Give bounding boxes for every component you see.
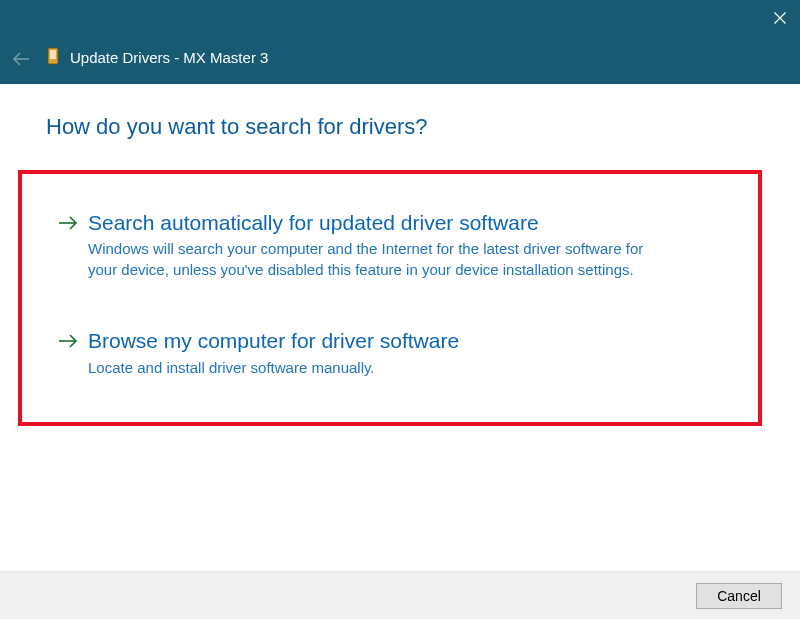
option-title: Browse my computer for driver software: [88, 328, 722, 354]
option-description: Locate and install driver software manua…: [88, 357, 658, 378]
option-description: Windows will search your computer and th…: [88, 238, 658, 280]
option-title: Search automatically for updated driver …: [88, 210, 722, 236]
arrow-right-icon: [58, 216, 78, 234]
device-icon: [47, 47, 59, 65]
window-title: Update Drivers - MX Master 3: [70, 49, 268, 66]
close-button[interactable]: [768, 6, 792, 30]
svg-rect-4: [50, 50, 56, 59]
option-body: Browse my computer for driver software L…: [88, 328, 722, 377]
cancel-button[interactable]: Cancel: [696, 583, 782, 609]
back-button[interactable]: [10, 48, 32, 70]
option-search-automatically[interactable]: Search automatically for updated driver …: [58, 210, 722, 280]
back-arrow-icon: [12, 52, 30, 66]
content-area: How do you want to search for drivers? S…: [0, 84, 800, 426]
option-browse-computer[interactable]: Browse my computer for driver software L…: [58, 328, 722, 377]
titlebar: Update Drivers - MX Master 3: [0, 0, 800, 84]
options-container: Search automatically for updated driver …: [18, 170, 762, 426]
page-heading: How do you want to search for drivers?: [46, 114, 754, 140]
option-body: Search automatically for updated driver …: [88, 210, 722, 280]
arrow-right-icon: [58, 334, 78, 352]
footer-bar: Cancel: [0, 571, 800, 619]
close-icon: [774, 12, 786, 24]
